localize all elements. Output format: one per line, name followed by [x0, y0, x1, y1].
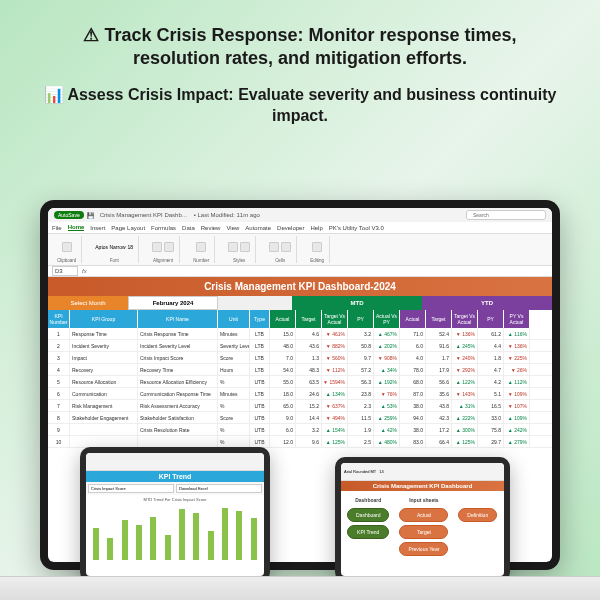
chart-bar	[208, 531, 214, 560]
table-row[interactable]: 3ImpactCrisis Impact ScoreScoreLTB7.01.3…	[48, 352, 552, 364]
ribbon-clipboard: Clipboard	[52, 236, 82, 263]
kpi-trend-title: KPI Trend	[86, 471, 264, 482]
tab-utility[interactable]: PK's Utility Tool V3.0	[329, 225, 384, 231]
search-input[interactable]	[466, 210, 546, 220]
tablet-kpi-trend: KPI Trend Crisis Impact Score Download E…	[80, 447, 270, 582]
chart-bar	[93, 528, 99, 561]
ribbon-number: Number	[188, 236, 215, 263]
chart-bar	[222, 508, 228, 560]
chart-title: MTD Trend For Crisis Impact Score	[86, 495, 264, 504]
autosave-toggle[interactable]: AutoSave	[54, 211, 84, 219]
table-row[interactable]: 5Resource AllocationResource Allocation …	[48, 376, 552, 388]
title-bar: AutoSave 💾 Crisis Management KPI Dashb… …	[48, 208, 552, 222]
chart-bar	[136, 525, 142, 560]
tab-view[interactable]: View	[226, 225, 239, 231]
chart-bar	[150, 517, 156, 560]
font-name-select[interactable]: Aptos Narrow	[95, 244, 125, 250]
cond-format-icon[interactable]	[228, 242, 238, 252]
fx-icon[interactable]: fx	[82, 268, 87, 274]
chart-bar	[179, 509, 185, 560]
table-row[interactable]: 8Stakeholder EngagementStakeholder Satis…	[48, 412, 552, 424]
table-row[interactable]: 1Response TimeCrisis Response TimeMinute…	[48, 328, 552, 340]
chart-bar	[165, 535, 171, 560]
table-row[interactable]: 6CommunicationCommunication Response Tim…	[48, 388, 552, 400]
tab-page-layout[interactable]: Page Layout	[111, 225, 145, 231]
bar-chart	[86, 504, 264, 564]
ribbon: Clipboard Aptos Narrow 18 Font Alignment…	[48, 234, 552, 266]
ribbon-styles: Styles	[223, 236, 256, 263]
table-row[interactable]: 2Incident SeverityIncident Severity Leve…	[48, 340, 552, 352]
filename: Crisis Management KPI Dashb…	[100, 212, 188, 218]
tab-developer[interactable]: Developer	[277, 225, 304, 231]
table-format-icon[interactable]	[240, 242, 250, 252]
formula-bar: D3 fx	[48, 266, 552, 277]
hero-line-2: 📊 Assess Crisis Impact: Evaluate severit…	[40, 85, 560, 127]
align-icon[interactable]	[152, 242, 162, 252]
kpi-trend-button[interactable]: KPI Trend	[347, 525, 389, 539]
table-row[interactable]: 4RecoveryRecovery TimeHoursLTB54.048.3▼ …	[48, 364, 552, 376]
ribbon-font: Aptos Narrow 18 Font	[90, 236, 139, 263]
download-dropdown[interactable]: Download Excel	[176, 484, 262, 493]
hero-line-1: ⚠ Track Crisis Response: Monitor respons…	[40, 24, 560, 71]
tab-help[interactable]: Help	[310, 225, 322, 231]
ribbon-cells: Cells	[264, 236, 297, 263]
table-row[interactable]: 9Crisis Resolution Rate%UTB6.03.2▲ 154%1…	[48, 424, 552, 436]
mini-ribbon-1	[86, 453, 264, 471]
ribbon-tabs: File Home Insert Page Layout Formulas Da…	[48, 222, 552, 234]
table-row[interactable]: 7Risk ManagementRisk Assessment Accuracy…	[48, 400, 552, 412]
select-month-label: Select Month	[48, 296, 128, 310]
tab-automate[interactable]: Automate	[245, 225, 271, 231]
autosum-icon[interactable]	[312, 242, 322, 252]
dashboard-title: Crisis Management KPI Dashboard-2024	[48, 277, 552, 296]
ytd-header: YTD	[422, 296, 552, 310]
wrap-icon[interactable]	[164, 242, 174, 252]
month-dropdown[interactable]: February 2024	[128, 296, 218, 310]
tab-review[interactable]: Review	[201, 225, 221, 231]
name-box[interactable]: D3	[52, 266, 78, 276]
number-format-icon[interactable]	[196, 242, 206, 252]
tab-file[interactable]: File	[52, 225, 62, 231]
actual-button[interactable]: Actual	[399, 508, 448, 522]
tab-data[interactable]: Data	[182, 225, 195, 231]
tab-insert[interactable]: Insert	[90, 225, 105, 231]
desk-surface	[0, 576, 600, 600]
mini-ribbon-2: Arial Rounded MT 14	[341, 463, 504, 481]
delete-cell-icon[interactable]	[281, 242, 291, 252]
ribbon-editing: Editing	[305, 236, 330, 263]
chart-bar	[122, 520, 128, 560]
dashboard-button[interactable]: Dashboard	[347, 508, 389, 522]
paste-icon[interactable]	[62, 242, 72, 252]
chart-bar	[193, 513, 199, 560]
font-size-select[interactable]: 18	[128, 244, 134, 250]
mtd-header: MTD	[292, 296, 422, 310]
nav-title: Crisis Management KPI Dashboard	[341, 481, 504, 491]
insert-cell-icon[interactable]	[269, 242, 279, 252]
table-headers: KPI Number KPI Group KPI Name Unit Type …	[48, 310, 552, 328]
prev-year-button[interactable]: Previous Year	[399, 542, 448, 556]
tab-home[interactable]: Home	[68, 224, 85, 231]
target-button[interactable]: Target	[399, 525, 448, 539]
save-icon[interactable]: 💾	[87, 212, 94, 219]
definition-button[interactable]: Definition	[458, 508, 497, 522]
tab-formulas[interactable]: Formulas	[151, 225, 176, 231]
ribbon-alignment: Alignment	[147, 236, 180, 263]
tablet-dashboard-nav: Arial Rounded MT 14 Crisis Management KP…	[335, 457, 510, 582]
kpi-select-dropdown[interactable]: Crisis Impact Score	[88, 484, 174, 493]
last-modified: • Last Modified: 11m ago	[194, 212, 260, 218]
chart-bar	[236, 511, 242, 560]
chart-bar	[251, 518, 257, 560]
chart-bar	[107, 538, 113, 560]
